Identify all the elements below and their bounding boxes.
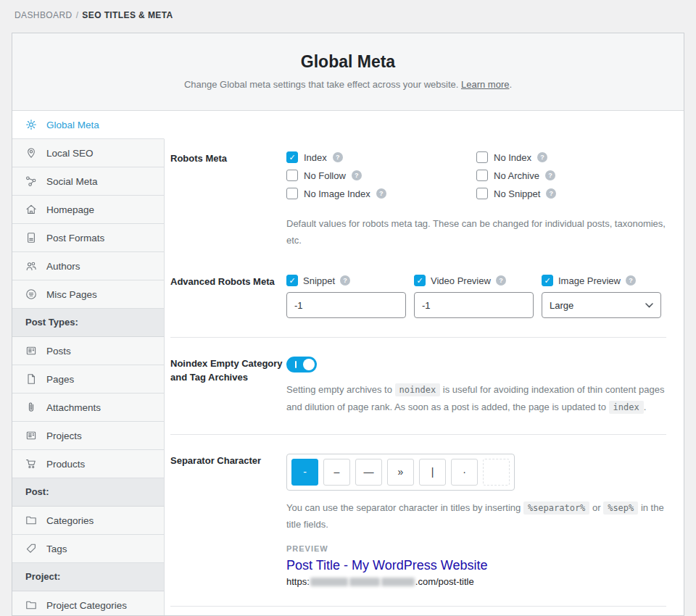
breadcrumb-current: SEO TITLES & META: [82, 10, 173, 20]
subtitle-text: Change Global meta settings that take ef…: [184, 79, 458, 90]
settings-sidebar: Global Meta Local SEO Social Meta Homepa…: [12, 111, 165, 616]
checkbox-no-index[interactable]: No Index: [476, 151, 666, 163]
checkbox-no-image-index[interactable]: No Image Index: [286, 188, 476, 199]
code-separator-var: %separator%: [523, 501, 589, 515]
checkbox-no-archive[interactable]: No Archive: [476, 170, 666, 181]
sidebar-item-attachments[interactable]: Attachments: [12, 394, 165, 422]
gear-icon: [25, 119, 37, 130]
custom-separator-input[interactable]: [483, 459, 510, 486]
sidebar-item-misc-pages[interactable]: Misc Pages: [12, 280, 165, 309]
newspaper-icon: [25, 345, 37, 357]
help-icon[interactable]: [545, 170, 555, 180]
sidebar-item-label: Project Categories: [46, 600, 127, 611]
checkbox-box-checked[interactable]: [286, 151, 298, 163]
section-divider: [170, 434, 666, 435]
advanced-robots-section: Advanced Robots Meta Snippet: [170, 275, 666, 318]
breadcrumb-dashboard-link[interactable]: DASHBOARD: [14, 10, 72, 20]
checkbox-box[interactable]: [476, 188, 488, 199]
sidebar-item-homepage[interactable]: Homepage: [12, 196, 165, 224]
sidebar-item-posts[interactable]: Posts: [12, 337, 165, 365]
sidebar-section-post: Post:: [12, 478, 165, 507]
sidebar-item-local-seo[interactable]: Local SEO: [12, 139, 165, 167]
page-icon: [25, 373, 37, 385]
sidebar-item-projects[interactable]: Projects: [12, 422, 165, 450]
video-preview-label: Video Preview: [431, 275, 491, 286]
paperclip-icon: [25, 401, 37, 413]
help-icon[interactable]: [333, 152, 343, 162]
sidebar-item-categories[interactable]: Categories: [12, 507, 165, 535]
sidebar-item-global-meta[interactable]: Global Meta: [12, 111, 165, 139]
robots-meta-section: Robots Meta Index No Follow: [170, 151, 666, 249]
desc-text: or: [589, 502, 603, 513]
separator-option-hyphen[interactable]: -: [291, 459, 318, 486]
learn-more-link[interactable]: Learn more: [461, 79, 509, 90]
snippet-field: Snippet: [286, 275, 406, 318]
card-header: Global Meta Change Global meta settings …: [12, 33, 684, 111]
video-preview-input[interactable]: [414, 292, 534, 318]
separator-description: You can use the separator character in t…: [286, 499, 666, 533]
help-icon[interactable]: [496, 275, 506, 286]
settings-content: Robots Meta Index No Follow: [165, 111, 684, 616]
noindex-empty-section: Noindex Empty Category and Tag Archives …: [170, 357, 666, 415]
help-icon[interactable]: [340, 275, 350, 286]
checkbox-label: No Index: [494, 152, 531, 163]
desc-text: Setting empty archives to: [286, 384, 395, 395]
sidebar-item-label: Local SEO: [46, 148, 94, 159]
checkbox-label: No Snippet: [494, 188, 540, 199]
help-icon[interactable]: [546, 188, 556, 199]
robots-meta-label: Robots Meta: [170, 151, 286, 249]
url-prefix: https:: [286, 576, 310, 587]
code-noindex: noindex: [395, 383, 441, 396]
separator-option-pipe[interactable]: |: [419, 459, 446, 486]
checkbox-label: Index: [304, 152, 327, 163]
sidebar-item-social-meta[interactable]: Social Meta: [12, 167, 165, 196]
checkbox-snippet[interactable]: [286, 275, 298, 286]
separator-option-emdash[interactable]: —: [355, 459, 382, 486]
checkbox-no-follow[interactable]: No Follow: [286, 170, 476, 181]
checkbox-box[interactable]: [286, 170, 298, 181]
sidebar-item-post-formats[interactable]: Post Formats: [12, 224, 165, 252]
checkbox-box[interactable]: [476, 151, 488, 163]
checkbox-video-preview[interactable]: [414, 275, 426, 286]
sidebar-section-project: Project:: [12, 563, 165, 591]
sidebar-item-label: Misc Pages: [46, 289, 97, 300]
circle-lines-icon: [25, 288, 37, 300]
help-icon[interactable]: [626, 275, 636, 286]
url-suffix: .com/post-title: [415, 576, 474, 587]
image-preview-select[interactable]: Large: [542, 292, 661, 318]
folder-icon: [25, 599, 37, 611]
tag-icon: [25, 543, 37, 554]
help-icon[interactable]: [537, 152, 547, 162]
noindex-toggle-on[interactable]: [286, 357, 317, 372]
preview-heading: PREVIEW: [286, 544, 666, 553]
checkbox-no-snippet[interactable]: No Snippet: [476, 188, 666, 199]
code-sep-var: %sep%: [603, 501, 638, 515]
separator-option-endash[interactable]: –: [323, 459, 350, 486]
breadcrumb-separator: /: [76, 10, 79, 20]
sidebar-item-authors[interactable]: Authors: [12, 252, 165, 280]
checkbox-box[interactable]: [476, 170, 488, 181]
checkbox-box[interactable]: [286, 188, 298, 199]
sidebar-item-pages[interactable]: Pages: [12, 365, 165, 394]
snippet-input[interactable]: [286, 292, 406, 318]
separator-option-guillemet[interactable]: »: [387, 459, 414, 486]
noindex-description: Setting empty archives to noindex is use…: [286, 381, 666, 415]
sidebar-item-label: Products: [46, 459, 85, 470]
section-divider: [170, 606, 666, 607]
users-icon: [25, 260, 37, 272]
help-icon[interactable]: [352, 170, 362, 180]
location-pin-icon: [25, 147, 37, 159]
sidebar-item-tags[interactable]: Tags: [12, 535, 165, 563]
help-icon[interactable]: [376, 188, 386, 199]
sidebar-item-project-categories[interactable]: Project Categories: [12, 591, 165, 616]
checkbox-label: No Follow: [304, 170, 346, 181]
checkbox-index[interactable]: Index: [286, 151, 476, 163]
page-title: Global Meta: [12, 52, 684, 72]
checkbox-image-preview[interactable]: [542, 275, 553, 286]
redacted-domain-block: [310, 578, 348, 586]
newspaper-icon: [25, 430, 37, 441]
sidebar-item-label: Homepage: [46, 204, 94, 215]
separator-option-dot[interactable]: ·: [451, 459, 478, 486]
noindex-empty-label: Noindex Empty Category and Tag Archives: [170, 357, 286, 415]
sidebar-item-products[interactable]: Products: [12, 450, 165, 478]
